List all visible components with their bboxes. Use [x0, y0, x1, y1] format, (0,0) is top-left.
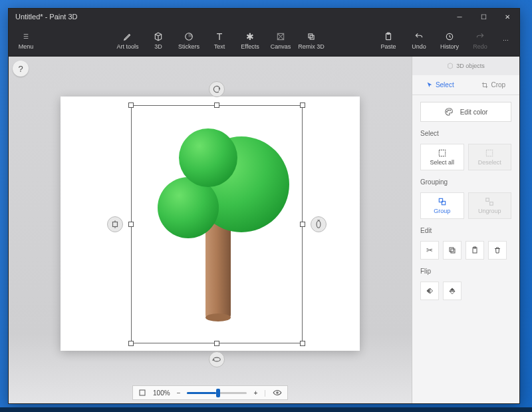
crop-icon [481, 82, 488, 89]
svg-rect-26 [450, 248, 454, 252]
3d-button[interactable]: 3D [143, 25, 174, 56]
undo-button[interactable]: Undo [404, 25, 434, 56]
group-icon [438, 197, 447, 206]
fit-screen-icon[interactable] [138, 389, 146, 397]
delete-button[interactable] [488, 241, 507, 260]
flip-h-icon [426, 287, 434, 295]
rotate-x-handle[interactable] [209, 351, 225, 367]
side-panel-header: 3D objects [412, 57, 519, 75]
group-button[interactable]: Group [420, 192, 464, 219]
section-edit-label: Edit [420, 227, 511, 234]
ungroup-icon [485, 197, 494, 206]
canvas-icon [275, 31, 286, 42]
deselect-button[interactable]: Deselect [468, 144, 512, 170]
cut-icon: ✂ [426, 246, 433, 255]
copy-icon [448, 246, 456, 254]
svg-point-17 [448, 110, 448, 110]
svg-rect-12 [113, 222, 118, 227]
svg-rect-20 [487, 150, 493, 156]
title-bar[interactable]: Untitled* - Paint 3D ─ ☐ ✕ [9, 9, 519, 25]
resize-handle-s[interactable] [214, 341, 219, 346]
rotate-y-handle[interactable] [311, 216, 327, 232]
status-bar: 100% − + | [9, 382, 412, 403]
paste-icon [383, 31, 394, 42]
history-icon [444, 31, 455, 42]
brush-icon [122, 31, 133, 42]
svg-point-11 [213, 357, 221, 361]
svg-rect-19 [439, 150, 445, 156]
windows-taskbar[interactable] [0, 407, 532, 412]
workspace: ? [9, 57, 519, 403]
panel-subtabs: Select Crop [412, 75, 519, 95]
deselect-icon [485, 148, 494, 158]
close-button[interactable]: ✕ [495, 9, 519, 25]
svg-point-16 [446, 111, 447, 112]
cursor-icon [426, 82, 433, 89]
remix3d-button[interactable]: Remix 3D [296, 25, 327, 56]
cube-icon [447, 63, 454, 69]
edit-color-button[interactable]: Edit color [420, 102, 511, 122]
stickers-button[interactable]: Stickers [174, 25, 204, 56]
zoom-control: 100% − + | [132, 385, 288, 400]
effects-button[interactable]: ✱ Effects [235, 25, 265, 56]
help-button[interactable]: ? [13, 61, 29, 77]
resize-handle-sw[interactable] [128, 341, 134, 346]
svg-point-15 [277, 392, 278, 393]
zoom-value: 100% [153, 389, 170, 397]
svg-rect-23 [486, 198, 489, 202]
zoom-in-button[interactable]: + [253, 389, 257, 397]
art-tools-button[interactable]: Art tools [112, 25, 143, 56]
select-all-button[interactable]: Select all [420, 144, 464, 170]
select-all-icon [438, 148, 447, 158]
svg-rect-24 [490, 202, 493, 206]
text-button[interactable]: T Text [204, 25, 235, 56]
copy-button[interactable] [443, 241, 462, 260]
side-panel: 3D objects Select Crop [412, 57, 519, 403]
minimize-button[interactable]: ─ [448, 9, 471, 25]
zoom-slider[interactable] [187, 392, 247, 394]
resize-handle-nw[interactable] [128, 103, 134, 108]
resize-handle-w[interactable] [128, 222, 134, 227]
svg-rect-25 [451, 249, 455, 253]
section-flip-label: Flip [420, 268, 511, 275]
paste-panel-button[interactable] [466, 241, 484, 260]
resize-handle-ne[interactable] [300, 103, 305, 108]
selection-bounding-box[interactable] [131, 105, 303, 343]
maximize-button[interactable]: ☐ [471, 9, 495, 25]
window-title: Untitled* - Paint 3D [15, 13, 78, 21]
selection-rect [131, 105, 303, 343]
section-select-label: Select [420, 130, 511, 137]
svg-point-18 [450, 110, 450, 110]
resize-handle-e[interactable] [300, 222, 305, 227]
remix-icon [306, 31, 317, 42]
redo-icon [475, 31, 485, 42]
desktop: Untitled* - Paint 3D ─ ☐ ✕ ☰ Menu Art to… [0, 0, 532, 412]
flip-horizontal-button[interactable] [420, 282, 439, 300]
redo-button[interactable]: Redo [465, 25, 495, 56]
resize-handle-n[interactable] [214, 103, 219, 108]
sticker-icon [184, 31, 194, 42]
top-toolbar: ☰ Menu Art tools 3D Stickers [9, 25, 519, 57]
cube-icon [153, 31, 164, 42]
zoom-out-button[interactable]: − [177, 389, 181, 397]
cut-button[interactable]: ✂ [420, 241, 439, 260]
z-move-handle[interactable] [107, 216, 123, 232]
canvas-button[interactable]: Canvas [265, 25, 296, 56]
text-icon: T [214, 31, 225, 42]
trash-icon [493, 246, 501, 254]
rotate-z-handle[interactable] [209, 81, 225, 97]
palette-icon [444, 107, 454, 116]
ungroup-button[interactable]: Ungroup [468, 192, 512, 219]
section-grouping-label: Grouping [420, 178, 511, 186]
more-button[interactable]: ⋯ [495, 25, 515, 56]
history-button[interactable]: History [434, 25, 465, 56]
flip-vertical-button[interactable] [443, 282, 462, 300]
subtab-select[interactable]: Select [426, 81, 454, 89]
panel-tab-3d[interactable]: 3D objects [412, 57, 519, 75]
resize-handle-se[interactable] [300, 341, 305, 346]
subtab-crop[interactable]: Crop [481, 81, 505, 89]
view-mode-button[interactable] [273, 389, 282, 397]
paste-button[interactable]: Paste [373, 25, 404, 56]
canvas-viewport[interactable]: ? [9, 57, 412, 403]
menu-button[interactable]: ☰ Menu [13, 25, 39, 56]
